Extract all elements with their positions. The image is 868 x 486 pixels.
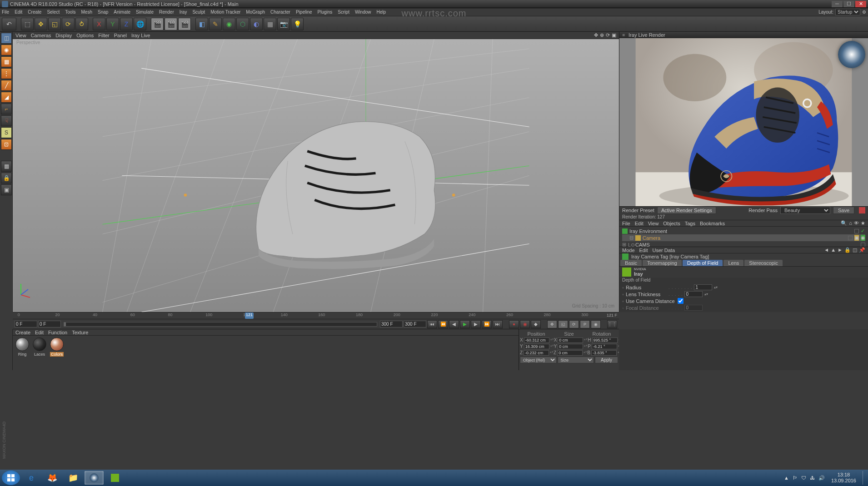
move-icon[interactable]: ✥ xyxy=(35,18,47,30)
om-menu-view[interactable]: View xyxy=(648,221,659,226)
live-select-icon[interactable]: ⬚ xyxy=(21,18,34,30)
scale-icon[interactable]: ◱ xyxy=(48,18,61,30)
menu-render[interactable]: Render xyxy=(159,10,174,15)
tray-network-icon[interactable]: 🖧 xyxy=(810,475,815,481)
menu-snap[interactable]: Snap xyxy=(98,10,108,15)
range-b-input[interactable] xyxy=(404,321,426,327)
pla-button[interactable]: ◉ xyxy=(591,320,601,328)
p-button[interactable]: ✥ xyxy=(547,320,557,328)
menu-tools[interactable]: Tools xyxy=(65,10,75,15)
undo-button[interactable]: ↶ xyxy=(2,18,16,30)
apply-button[interactable]: Apply xyxy=(595,357,618,363)
am-lock-icon[interactable]: 🔒 xyxy=(844,247,851,253)
menu-mesh[interactable]: Mesh xyxy=(81,10,92,15)
camera-icon[interactable]: 📷 xyxy=(277,18,290,30)
next-frame-button[interactable]: ▶ xyxy=(471,320,481,328)
am-next-icon[interactable]: ▲ xyxy=(831,247,836,253)
om-menu-objects[interactable]: Objects xyxy=(663,221,680,226)
visibility-toggle[interactable] xyxy=(854,229,859,233)
mat-menu-texture[interactable]: Texture xyxy=(72,330,88,335)
keyframe-button[interactable]: ◆ xyxy=(531,320,541,328)
active-render-settings-button[interactable]: Active Render Settings xyxy=(657,207,716,214)
render-settings-icon[interactable]: 🎬 xyxy=(178,18,191,30)
am-menu-userdata[interactable]: User Data xyxy=(653,248,675,253)
texture-mode-icon[interactable]: ◉ xyxy=(1,45,12,55)
menu-sculpt[interactable]: Sculpt xyxy=(192,10,205,15)
save-button[interactable]: Save xyxy=(833,207,854,214)
tweak-icon[interactable]: ☟ xyxy=(1,115,12,126)
show-desktop-button[interactable] xyxy=(863,471,866,485)
last-tool-icon[interactable]: ⥁ xyxy=(75,18,88,30)
menu-window[interactable]: Window xyxy=(355,10,371,15)
tray-shield-icon[interactable]: 🛡 xyxy=(801,475,806,481)
fcurve-button[interactable]: ⋮⋮ xyxy=(607,320,617,328)
rot-h-input[interactable] xyxy=(592,337,618,343)
obj-camera[interactable]: ⊟ Camera ▣ ◉ xyxy=(622,234,865,241)
am-menu-mode[interactable]: Mode xyxy=(622,248,635,253)
taskbar-explorer-icon[interactable]: 📁 xyxy=(64,471,83,485)
om-home-icon[interactable]: ⌂ xyxy=(849,220,852,226)
rot-p-input[interactable] xyxy=(592,344,617,349)
layout-gear-icon[interactable]: ⚙ xyxy=(862,10,866,15)
vp-menu-filter[interactable]: Filter xyxy=(98,33,109,38)
pos-z-input[interactable] xyxy=(524,350,549,356)
maximize-button[interactable]: ☐ xyxy=(843,1,854,7)
rotate-icon[interactable]: ⟳ xyxy=(62,18,75,30)
lock-icon[interactable]: 🔒 xyxy=(1,173,12,183)
taskbar-clock[interactable]: 13:18 13.09.2016 xyxy=(828,472,859,484)
mat-menu-create[interactable]: Create xyxy=(15,330,30,335)
render-picture-icon[interactable]: 🎬 xyxy=(165,18,177,30)
size-z-input[interactable] xyxy=(557,350,583,356)
viewport-solo-icon[interactable]: ▦ xyxy=(1,161,12,172)
tab-tonemapping[interactable]: Tonemapping xyxy=(643,260,682,266)
vp-maximize-icon[interactable]: ▣ xyxy=(612,32,616,38)
spinner-icon[interactable]: ▴▾ xyxy=(714,285,718,289)
render-view-icon[interactable]: 🎬 xyxy=(151,18,164,30)
prev-frame-button[interactable]: ◀ xyxy=(449,320,459,328)
param-button[interactable]: P xyxy=(580,320,590,328)
start-button[interactable] xyxy=(2,471,20,485)
render-pass-select[interactable]: Beauty xyxy=(780,207,830,214)
goto-start-button[interactable]: ⏮ xyxy=(427,320,437,328)
next-key-button[interactable]: ⏩ xyxy=(482,320,492,328)
menu-iray[interactable]: Iray xyxy=(180,10,187,15)
vp-menu-display[interactable]: Display xyxy=(55,33,72,38)
menu-help[interactable]: Help xyxy=(377,10,386,15)
timeline-ruler[interactable]: 0 20 40 60 80 100 120 140 160 180 200 22… xyxy=(13,312,619,319)
om-menu-tags[interactable]: Tags xyxy=(685,221,695,226)
nurbs-icon[interactable]: ◉ xyxy=(223,18,235,30)
object-tree[interactable]: Iray Environment ✓ ⊟ Camera ▣ ◉ ⊞ L⊙ CAM… xyxy=(619,227,868,247)
prev-key-button[interactable]: ⏪ xyxy=(438,320,448,328)
mat-menu-edit[interactable]: Edit xyxy=(35,330,44,335)
pos-x-input[interactable] xyxy=(524,337,549,343)
tray-flag-icon[interactable]: 🏳 xyxy=(793,475,798,481)
menu-animate[interactable]: Animate xyxy=(114,10,130,15)
minimize-button[interactable]: ─ xyxy=(832,1,843,7)
obj-iray-environment[interactable]: Iray Environment ✓ xyxy=(622,228,865,234)
x-axis-icon[interactable]: X xyxy=(93,18,105,30)
environment-icon[interactable]: ▦ xyxy=(264,18,276,30)
tab-lens[interactable]: Lens xyxy=(723,260,743,266)
radius-input[interactable] xyxy=(694,284,712,290)
om-menu-file[interactable]: File xyxy=(622,221,630,226)
menu-motiontracker[interactable]: Motion Tracker xyxy=(210,10,240,15)
record-button[interactable]: ● xyxy=(509,320,519,328)
visibility-toggle[interactable] xyxy=(848,236,853,240)
tray-volume-icon[interactable]: 🔊 xyxy=(818,475,825,481)
vp-menu-view[interactable]: View xyxy=(15,33,26,38)
om-menu-edit[interactable]: Edit xyxy=(635,221,644,226)
om-eye-icon[interactable]: 👁 xyxy=(854,220,859,226)
tab-depth-of-field[interactable]: Depth of Field xyxy=(683,260,723,266)
lens-thickness-input[interactable] xyxy=(684,291,703,297)
vp-nav-icon[interactable]: ✥ xyxy=(594,32,598,38)
pos-y-input[interactable] xyxy=(524,344,549,349)
y-axis-icon[interactable]: Y xyxy=(106,18,119,30)
coord-object-select[interactable]: Object (Rel) xyxy=(520,357,557,363)
r-button[interactable]: ⟳ xyxy=(569,320,579,328)
start-frame-input[interactable] xyxy=(15,321,37,327)
primitive-icon[interactable]: ◧ xyxy=(195,18,208,30)
end-frame-input[interactable] xyxy=(38,321,61,327)
vp-menu-panel[interactable]: Panel xyxy=(114,33,127,38)
range-a-input[interactable] xyxy=(380,321,403,327)
stop-render-button[interactable] xyxy=(859,207,865,213)
